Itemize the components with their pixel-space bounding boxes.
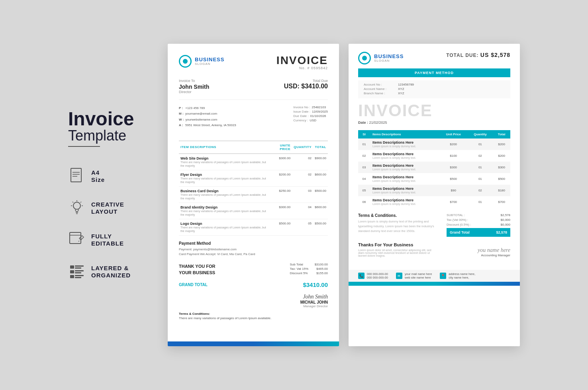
feature-a4: A4Size xyxy=(68,168,156,185)
table-row: 03 Items Descriptions HereLorem ipsum is… xyxy=(358,162,510,173)
payment-method-details: Account No :123456789 Account Name :XYZ … xyxy=(358,80,510,98)
svg-line-8 xyxy=(80,202,81,203)
total-due-area: Total Due USD: $3410.00 xyxy=(284,79,328,90)
thank-you-text: THANK YOU FORYOUR BUSINESS xyxy=(179,263,215,276)
contact-meta-row: P :+123 456 789 M :yourname@email.com W … xyxy=(179,105,328,135)
pencil-icon xyxy=(68,231,86,249)
svg-line-14 xyxy=(78,241,79,242)
svg-rect-18 xyxy=(70,270,74,273)
th-total: TOTAL xyxy=(313,141,328,154)
logo-icon-1 xyxy=(179,55,192,68)
sig-right-2: you name here Accounting Manager xyxy=(478,247,510,257)
contact-email-item: ✉ your mail name hereweb site name here xyxy=(396,272,432,279)
card2-body: BUSINESS SLOGAN TOTAL DUE: US $2,578 PAY… xyxy=(349,44,520,270)
table-row: 02 Items Descriptions HereLorem ipsum is… xyxy=(358,150,510,162)
logo-text-2: BUSINESS SLOGAN xyxy=(374,54,404,62)
svg-rect-19 xyxy=(75,270,84,271)
table-row: Brand Identity DesignThere are many vari… xyxy=(179,203,328,219)
contact-phone-item: 📞 000 000-000-00000 000-000-00 xyxy=(358,272,388,279)
svg-point-4 xyxy=(73,202,80,209)
th-price: UNITE PRICE xyxy=(269,141,292,154)
lightbulb-icon xyxy=(68,199,86,217)
main-container: Invoice Template A4Size xyxy=(0,0,588,390)
feature-editable-text: FULLYEDITABLE xyxy=(91,233,124,247)
terms-section-1: Terms & Conditions: There are many varia… xyxy=(179,312,328,320)
svg-rect-0 xyxy=(71,168,81,182)
invoice-card-2: BUSINESS SLOGAN TOTAL DUE: US $2,578 PAY… xyxy=(349,44,520,346)
a4-icon xyxy=(68,168,86,185)
signature-area-1: John Smith MICHAL JOHN Manager Director xyxy=(179,294,328,308)
table-row: 04 Items Descriptions HereLorem ipsum is… xyxy=(358,173,510,185)
card2-header: BUSINESS SLOGAN TOTAL DUE: US $2,578 xyxy=(358,52,510,64)
location-icon: 📍 xyxy=(440,273,446,279)
invoices-wrapper: BUSINESS SLOGAN INVOICE No. # 0595842 In… xyxy=(168,44,520,346)
client-total-row: Invoice To John Smith Director Total Due… xyxy=(179,79,328,100)
items-table-2: SI Items Descriptions Unit Price Quantit… xyxy=(358,130,510,208)
feature-layered: LAYERED &ORGANIZED xyxy=(68,263,156,281)
thanks-signature: Thanks For Your Business Lorem ipsum dol… xyxy=(358,242,510,257)
layers-icon xyxy=(68,263,86,281)
invoice-big-section: INVOICE Date : 21/02/2025 xyxy=(358,102,510,125)
invoice-meta-1: Invoice No :25482103 Issue Date :12/09/2… xyxy=(293,105,328,135)
card2-bottom: Terms & Conditions. Lorem ipsum is simpl… xyxy=(358,213,510,237)
svg-rect-23 xyxy=(75,277,81,278)
client-info: Invoice To John Smith Director xyxy=(179,79,209,94)
table-row: 01 Items Descriptions HereLorem ipsum is… xyxy=(358,138,510,150)
payment-section-1: Payment Method Payment: payments@Website… xyxy=(179,241,328,257)
feature-a4-text: A4Size xyxy=(91,169,105,183)
thanks-left: Thanks For Your Business Lorem ipsum dol… xyxy=(358,242,438,257)
template-word: Template xyxy=(68,129,156,143)
th2-price: Unit Price xyxy=(439,130,468,138)
payment-method-box: PAYMENT METHOD xyxy=(358,68,510,77)
svg-rect-21 xyxy=(70,275,74,278)
payment-details-1: Payment: payments@Websitename.com Card P… xyxy=(179,247,328,257)
terms-card2: Terms & Conditions. Lorem ipsum is simpl… xyxy=(358,213,440,237)
contact-address-item: 📍 address name here,city name here, xyxy=(440,272,475,279)
invoice-title-1: INVOICE No. # 0595842 xyxy=(276,55,328,70)
th-qty: QUANTITY xyxy=(292,141,313,154)
sidebar-title: Invoice Template xyxy=(68,109,156,150)
card1-footer xyxy=(168,341,339,346)
totals-card2: SUBTOTAL :$2,578 Tax (Vat 00%) :$0,000 D… xyxy=(447,213,510,237)
table-row: Flyer DesignThere are many variations of… xyxy=(179,170,328,186)
invoice-word: Invoice xyxy=(68,109,156,129)
feature-editable: FULLYEDITABLE xyxy=(68,231,156,249)
table-row: 06 Items Descriptions HereLorem ipsum is… xyxy=(358,196,510,208)
contact-info-1: P :+123 456 789 M :yourname@email.com W … xyxy=(179,105,236,129)
table-row: Business Card DesignThere are many varia… xyxy=(179,186,328,203)
logo-area-1: BUSINESS SLOGAN xyxy=(179,55,224,68)
totals-calc: Sub Total$3100.00 Tax: Vat 15%$465.00 Di… xyxy=(290,263,328,276)
phone-icon: 📞 xyxy=(358,273,365,279)
invoice-card-1: BUSINESS SLOGAN INVOICE No. # 0595842 In… xyxy=(168,44,339,346)
table-row: 05 Items Descriptions HereLorem ipsum is… xyxy=(358,185,510,196)
sidebar: Invoice Template A4Size xyxy=(68,109,156,281)
feature-creative: CREATIVELAYOUT xyxy=(68,199,156,217)
svg-rect-16 xyxy=(75,265,84,267)
logo-area-2: BUSINESS SLOGAN xyxy=(358,52,404,64)
invoice-date: Date : 21/02/2025 xyxy=(358,121,510,125)
svg-rect-20 xyxy=(75,272,81,273)
grand-total-box-2: Grand Total $2,578 xyxy=(447,228,510,237)
card1-header: BUSINESS SLOGAN INVOICE No. # 0595842 xyxy=(179,55,328,70)
total-due-top: TOTAL DUE: US $2,578 xyxy=(446,52,510,58)
sidebar-divider xyxy=(68,146,100,147)
th2-qty: Quantity xyxy=(468,130,493,138)
th-desc: ITEM DESCRIPTIONS xyxy=(179,141,269,154)
card2-footer xyxy=(349,282,520,286)
svg-rect-12 xyxy=(70,232,81,244)
table-row: Web Site DesignThere are many variations… xyxy=(179,154,328,170)
logo-text-1: BUSINESS SLOGAN xyxy=(195,57,224,66)
th2-sl: SI xyxy=(358,130,370,138)
grand-total-row-1: GRAND TOTAL $3410.00 xyxy=(179,281,328,288)
logo-icon-2 xyxy=(358,52,371,64)
table-row: Logo DesignThere are many variations of … xyxy=(179,219,328,235)
svg-rect-17 xyxy=(75,267,81,269)
svg-rect-15 xyxy=(70,265,74,269)
feature-layered-text: LAYERED &ORGANIZED xyxy=(91,265,131,279)
card2-contact-bar: 📞 000 000-000-00000 000-000-00 ✉ your ma… xyxy=(349,270,520,282)
th2-desc: Items Descriptions xyxy=(370,130,439,138)
svg-line-9 xyxy=(73,202,73,203)
th2-total: Total xyxy=(493,130,510,138)
items-table-1: ITEM DESCRIPTIONS UNITE PRICE QUANTITY T… xyxy=(179,140,328,236)
svg-rect-22 xyxy=(75,275,84,276)
